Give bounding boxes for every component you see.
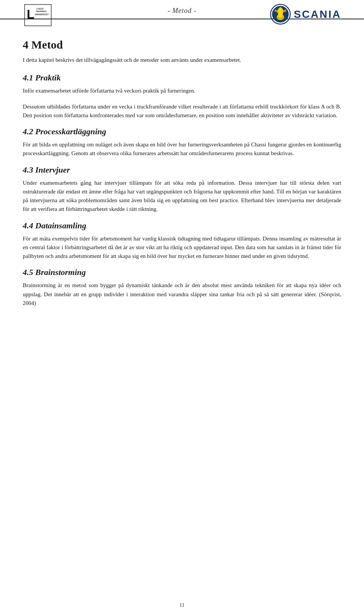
page-number: 11 — [179, 602, 184, 608]
section-4-3-title: 4.3 Intervjuer — [23, 165, 341, 175]
section-4-5-title: 4.5 Brainstorming — [23, 267, 341, 277]
section-4-5-para-1: Brainstorming är en metod som bygger på … — [23, 281, 341, 308]
chapter-title: 4 Metod — [23, 38, 341, 51]
page: L LULEÅ TEKNISKA UNIVERSITET - Metod - — [0, 0, 364, 616]
section-4-1-para-1: Inför examensarbetet utförde författarna… — [23, 86, 341, 95]
ltu-logo-container: L LULEÅ TEKNISKA UNIVERSITET — [23, 4, 53, 27]
svg-text:LULEÅ: LULEÅ — [36, 8, 43, 10]
chapter-intro-text: I detta kapitel beskrivs det tillvägagån… — [23, 56, 341, 64]
section-4-2-title: 4.2 Processkartläggning — [23, 127, 341, 137]
section-4-3-para-1: Under examensarbetets gång har intervjue… — [23, 179, 341, 214]
section-4-2-para-1: För att bilda en uppfattning om nuläget … — [23, 140, 341, 158]
svg-text:UNIVERSITET: UNIVERSITET — [35, 13, 49, 16]
svg-text:L: L — [27, 7, 34, 21]
page-content: 4 Metod I detta kapitel beskrivs det til… — [0, 19, 364, 337]
svg-point-10 — [278, 8, 282, 12]
section-4-4-para-1: För att mäta exempelvis tider för arbets… — [23, 234, 341, 261]
section-4-1-title: 4.1 Praktik — [23, 73, 341, 83]
scania-griffin-icon — [270, 4, 291, 25]
section-4-4-title: 4.4 Datainsamling — [23, 221, 341, 231]
scania-wordmark: SCANIA — [294, 8, 341, 20]
section-4-1-para-2: Dessutom utbildades författarna under en… — [23, 102, 341, 120]
svg-text:TEKNISKA: TEKNISKA — [36, 10, 46, 13]
scania-logo-container: SCANIA — [270, 4, 341, 25]
ltu-logo-icon: L LULEÅ TEKNISKA UNIVERSITET — [23, 4, 53, 27]
page-footer: 11 — [0, 602, 364, 608]
page-header: L LULEÅ TEKNISKA UNIVERSITET - Metod - — [0, 0, 364, 19]
header-title: - Metod - — [168, 7, 196, 15]
